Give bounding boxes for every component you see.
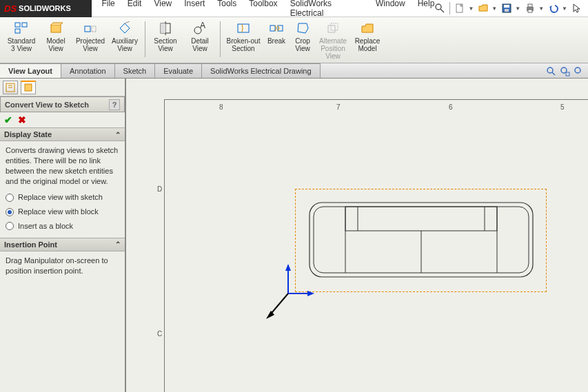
property-manager-panel: Convert View to Sketch ? ✔ ✖ Display Sta… bbox=[0, 79, 126, 392]
svg-marker-46 bbox=[307, 291, 314, 296]
menu-file[interactable]: File bbox=[101, 0, 114, 18]
broken-out-section-button[interactable]: Broken-outSection bbox=[223, 19, 263, 63]
section-view-icon bbox=[159, 21, 172, 35]
svg-rect-22 bbox=[270, 25, 275, 31]
open-file-icon[interactable] bbox=[478, 3, 489, 14]
menu-view[interactable]: View bbox=[154, 0, 172, 18]
menu-help[interactable]: Help bbox=[418, 0, 435, 18]
replace-model-button[interactable]: ReplaceModel bbox=[350, 19, 385, 63]
display-state-header[interactable]: Display State ⌃ bbox=[0, 127, 125, 141]
dropdown-icon[interactable]: ▼ bbox=[538, 6, 544, 12]
insertion-point-body: Drag Manipulator on-screen to position i… bbox=[0, 251, 125, 280]
svg-marker-44 bbox=[285, 264, 291, 271]
save-icon[interactable] bbox=[501, 3, 512, 14]
tab-annotation[interactable]: Annotation bbox=[61, 63, 115, 78]
auxiliary-view-button[interactable]: AuxiliaryView bbox=[108, 19, 142, 63]
drawing-view-part[interactable] bbox=[304, 197, 538, 283]
new-file-icon[interactable] bbox=[454, 3, 465, 14]
svg-rect-29 bbox=[566, 72, 569, 76]
ruler-left-c: C bbox=[157, 330, 162, 338]
svg-rect-25 bbox=[331, 23, 338, 30]
svg-rect-5 bbox=[505, 9, 509, 12]
zoom-fit-icon[interactable] bbox=[545, 65, 556, 76]
break-icon bbox=[270, 21, 283, 35]
tab-sw-electrical-drawing[interactable]: SolidWorks Electrical Drawing bbox=[202, 63, 321, 78]
alternate-position-view-button: AlternatePositionView bbox=[316, 19, 350, 63]
break-button[interactable]: Break bbox=[263, 19, 290, 63]
dropdown-icon[interactable]: ▼ bbox=[515, 6, 520, 12]
svg-rect-13 bbox=[85, 26, 90, 32]
workarea: Convert View to Sketch ? ✔ ✖ Display Sta… bbox=[0, 79, 588, 392]
toolbar-icons: ▼ ▼ ▼ ▼ ▼ bbox=[434, 2, 588, 14]
ruler-top-5: 5 bbox=[560, 103, 565, 111]
property-title: Convert View to Sketch bbox=[5, 101, 89, 109]
tab-view-layout[interactable]: View Layout bbox=[0, 63, 61, 78]
drawing-canvas[interactable]: 8 7 6 5 D C bbox=[126, 79, 588, 392]
standard-3view-icon bbox=[14, 21, 29, 35]
dropdown-icon[interactable]: ▼ bbox=[562, 6, 567, 12]
standard-3view-button[interactable]: Standard3 View bbox=[4, 19, 39, 63]
dropdown-icon[interactable]: ▼ bbox=[491, 6, 497, 12]
property-title-bar: Convert View to Sketch ? bbox=[0, 96, 125, 112]
panel-tab-bar bbox=[0, 79, 125, 96]
detail-view-button[interactable]: A DetailView bbox=[183, 19, 217, 63]
svg-rect-21 bbox=[238, 24, 249, 32]
tab-evaluate[interactable]: Evaluate bbox=[155, 63, 202, 78]
undo-icon[interactable] bbox=[548, 3, 559, 14]
menu-bar: DS SOLIDWORKS File Edit View Insert Tool… bbox=[0, 0, 588, 17]
print-icon[interactable] bbox=[525, 3, 536, 14]
svg-line-1 bbox=[440, 9, 444, 12]
model-view-button[interactable]: ModelView bbox=[39, 19, 73, 63]
dropdown-icon[interactable]: ▼ bbox=[468, 6, 474, 12]
display-state-desc: Converts drawing views to sketch entitie… bbox=[6, 145, 119, 186]
svg-rect-10 bbox=[22, 23, 27, 27]
menu-tools[interactable]: Tools bbox=[217, 0, 236, 18]
model-view-icon bbox=[49, 21, 63, 35]
collapse-icon: ⌃ bbox=[115, 131, 121, 138]
insertion-point-header[interactable]: Insertion Point ⌃ bbox=[0, 238, 125, 251]
zoom-prev-icon[interactable] bbox=[573, 65, 584, 76]
menu-window[interactable]: Window bbox=[376, 0, 405, 18]
ruler-top-8: 8 bbox=[219, 103, 223, 111]
radio-replace-block[interactable]: Replace view with block bbox=[6, 205, 119, 219]
menu-sw-electrical[interactable]: SolidWorks Electrical bbox=[290, 0, 363, 18]
ruler-left-d: D bbox=[157, 185, 162, 193]
menu-toolbox[interactable]: Toolbox bbox=[249, 0, 277, 18]
confirm-row: ✔ ✖ bbox=[0, 112, 125, 127]
cancel-x-icon[interactable]: ✖ bbox=[18, 114, 26, 125]
radio-replace-sketch[interactable]: Replace view with sketch bbox=[6, 190, 119, 205]
svg-point-0 bbox=[436, 4, 441, 10]
tab-sketch[interactable]: Sketch bbox=[115, 63, 156, 78]
feature-tree-tab-icon[interactable] bbox=[3, 81, 18, 94]
svg-rect-34 bbox=[25, 84, 32, 91]
app-logo: DS SOLIDWORKS bbox=[0, 0, 92, 17]
svg-rect-37 bbox=[345, 207, 497, 231]
radio-insert-block[interactable]: Insert as a block bbox=[6, 219, 119, 234]
svg-text:A: A bbox=[200, 21, 205, 30]
svg-rect-4 bbox=[504, 5, 509, 8]
projected-view-button[interactable]: ProjectedView bbox=[73, 19, 108, 63]
ds-logo-icon: DS bbox=[4, 3, 17, 14]
zoom-area-icon[interactable] bbox=[559, 65, 570, 76]
search-icon[interactable] bbox=[434, 3, 445, 14]
property-manager-tab-icon[interactable] bbox=[21, 81, 36, 94]
svg-rect-18 bbox=[161, 23, 165, 33]
insertion-point-desc: Drag Manipulator on-screen to position i… bbox=[6, 256, 119, 276]
select-cursor-icon[interactable] bbox=[571, 3, 582, 14]
menu-insert[interactable]: Insert bbox=[184, 0, 205, 18]
menu-edit[interactable]: Edit bbox=[128, 0, 142, 18]
section-view-button[interactable]: SectionView bbox=[148, 19, 183, 63]
ok-check-icon[interactable]: ✔ bbox=[4, 114, 12, 125]
command-tabs: View Layout Annotation Sketch Evaluate S… bbox=[0, 63, 588, 79]
menu-items: File Edit View Insert Tools Toolbox Soli… bbox=[92, 0, 434, 18]
replace-model-icon bbox=[361, 21, 374, 35]
ruler-top-7: 7 bbox=[336, 103, 341, 111]
svg-point-26 bbox=[547, 68, 553, 73]
svg-point-30 bbox=[575, 68, 580, 73]
detail-view-icon: A bbox=[193, 21, 207, 35]
svg-rect-12 bbox=[51, 25, 61, 32]
svg-rect-24 bbox=[328, 25, 335, 32]
origin-triad[interactable] bbox=[261, 262, 316, 324]
help-button[interactable]: ? bbox=[109, 99, 120, 110]
crop-view-button[interactable]: CropView bbox=[290, 19, 316, 63]
